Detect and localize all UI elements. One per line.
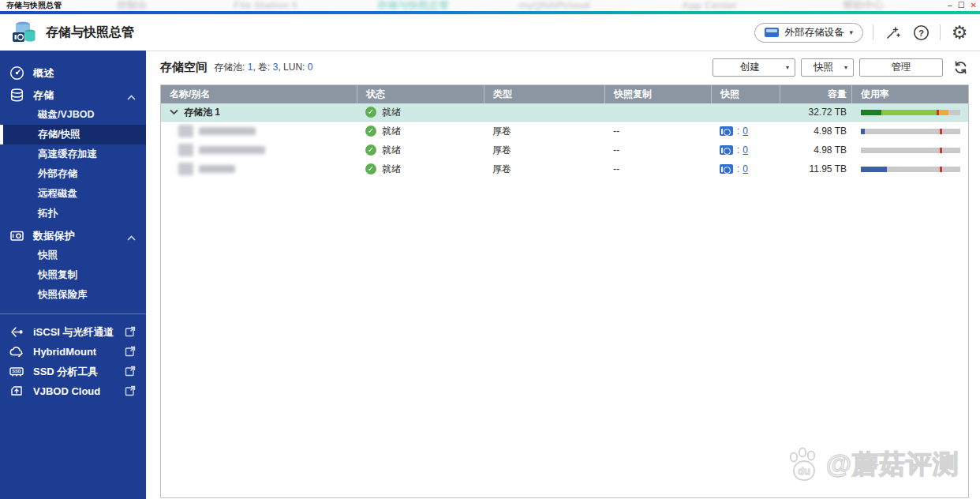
taskbar-tab-file-station[interactable]: File Station 5 — [234, 0, 297, 11]
sidebar-item-hybridmount[interactable]: HybridMount — [0, 342, 146, 362]
chevron-down-icon: ▾ — [849, 28, 853, 36]
snapshot-count-link[interactable]: 0 — [742, 144, 748, 156]
volume-status: 就绪 — [382, 163, 401, 176]
taskbar-tab-app-center[interactable]: App Center — [682, 0, 737, 11]
svg-text:SSD: SSD — [12, 369, 21, 373]
taskbar-tab-control-panel[interactable]: 控制台 — [117, 0, 148, 11]
volume-name-redacted — [199, 165, 235, 173]
taskbar-active-app-label[interactable]: 存储与快照总管 — [6, 0, 62, 11]
pool-status: 就绪 — [382, 106, 401, 119]
volume-icon-redacted — [178, 125, 193, 137]
column-header-name[interactable]: 名称/别名 — [161, 85, 357, 103]
chevron-down-icon: ▾ — [844, 64, 847, 71]
usb-device-icon — [765, 28, 779, 37]
toolbar: 存储空间 存储池: 1, 卷: 3, LUN: 0 创建 ▾ 快照 ▾ 管理 — [160, 57, 969, 78]
sidebar-item-cache-acceleration[interactable]: 高速缓存加速 — [0, 144, 146, 164]
main-content: 存储空间 存储池: 1, 卷: 3, LUN: 0 创建 ▾ 快照 ▾ 管理 — [146, 51, 980, 499]
external-link-icon — [125, 326, 136, 340]
volume-usage-bar — [861, 148, 960, 153]
table-row-volume[interactable]: ✓ 就绪 厚卷 -- : 0 4.98 TB — [161, 141, 968, 159]
external-link-icon — [125, 366, 136, 379]
volume-snapshot-replica: -- — [604, 122, 711, 141]
ssd-icon: SSD — [9, 364, 24, 380]
close-button[interactable]: ✕ — [971, 0, 977, 11]
status-ok-icon: ✓ — [365, 144, 376, 156]
sidebar-item-snapshot-vault[interactable]: 快照保险库 — [0, 285, 146, 305]
volume-type: 厚卷 — [484, 122, 604, 141]
table-row-volume[interactable]: ✓ 就绪 厚卷 -- : 0 11.95 TB — [161, 159, 968, 178]
smart-assistant-wand-icon[interactable] — [883, 23, 902, 42]
status-ok-icon: ✓ — [365, 126, 376, 137]
sidebar-item-iscsi-fc[interactable]: iSCSI 与光纤通道 — [0, 322, 146, 342]
column-header-snapshot-replica[interactable]: 快照复制 — [604, 85, 711, 103]
table-header-row: 名称/别名 状态 类型 快照复制 快照 容量 使用率 — [161, 85, 968, 103]
sidebar-item-storage-snapshots[interactable]: 存储/快照 — [0, 125, 146, 144]
page-title: 存储与快照总管 — [46, 24, 134, 41]
column-header-snapshot[interactable]: 快照 — [711, 85, 780, 103]
column-header-type[interactable]: 类型 — [484, 85, 604, 103]
gauge-icon — [9, 66, 24, 81]
column-header-usage[interactable]: 使用率 — [851, 85, 968, 103]
expand-chevron-icon[interactable] — [170, 109, 178, 115]
volume-name-redacted — [199, 146, 265, 154]
storage-table: 名称/别名 状态 类型 快照复制 快照 容量 使用率 存储池 1 ✓ 就绪 — [160, 84, 969, 498]
sidebar-item-overview[interactable]: 概述 — [0, 63, 146, 83]
minimize-button[interactable]: – — [948, 0, 952, 11]
volume-snapshot-replica: -- — [604, 141, 711, 159]
table-row-storage-pool[interactable]: 存储池 1 ✓ 就绪 32.72 TB — [161, 103, 968, 122]
volume-snapshot-replica: -- — [604, 159, 711, 178]
manage-button[interactable]: 管理 — [859, 58, 943, 77]
sidebar-section-storage[interactable]: 存储 — [0, 85, 146, 105]
status-ok-icon: ✓ — [365, 107, 376, 118]
snapshot-camera-icon — [720, 145, 733, 155]
external-storage-device-button[interactable]: 外部存储设备 ▾ — [754, 23, 863, 43]
column-header-capacity[interactable]: 容量 — [780, 85, 851, 103]
iscsi-icon — [9, 325, 24, 340]
volume-type: 厚卷 — [484, 141, 604, 159]
sidebar-item-snapshot-replica[interactable]: 快照复制 — [0, 265, 146, 285]
create-button[interactable]: 创建 ▾ — [713, 58, 795, 77]
taskbar-tab-help-center[interactable]: 帮助中心 — [843, 0, 884, 11]
snapshot-camera-icon — [720, 164, 733, 174]
pool-capacity: 32.72 TB — [780, 103, 851, 121]
pool-usage-bar — [861, 110, 960, 115]
app-header: 存储与快照总管 外部存储设备 ▾ ? ⚙ — [0, 14, 980, 51]
external-link-icon — [125, 385, 136, 399]
vjbod-cloud-icon — [9, 384, 24, 400]
sidebar-item-vjbod-cloud[interactable]: VJBOD Cloud — [0, 381, 146, 401]
snapshot-count-link[interactable]: 0 — [742, 126, 748, 137]
settings-gear-icon[interactable]: ⚙ — [950, 23, 969, 42]
snapshot-count-link[interactable]: 0 — [742, 163, 748, 174]
volume-icon-redacted — [178, 163, 193, 175]
sidebar-item-disks-vjbod[interactable]: 磁盘/VJBOD — [0, 105, 146, 125]
sidebar-item-ssd-profiling[interactable]: SSD SSD 分析工具 — [0, 362, 146, 381]
snapshot-button[interactable]: 快照 ▾ — [801, 58, 854, 77]
volume-usage-bar — [861, 129, 960, 134]
volume-status: 就绪 — [382, 125, 401, 138]
table-row-volume[interactable]: ✓ 就绪 厚卷 -- : 0 4.98 TB — [161, 122, 968, 141]
storage-summary: 存储池: 1, 卷: 3, LUN: 0 — [214, 61, 312, 74]
volume-capacity: 4.98 TB — [780, 141, 851, 159]
chevron-up-icon[interactable] — [127, 232, 136, 244]
column-header-status[interactable]: 状态 — [357, 85, 484, 103]
chevron-up-icon[interactable] — [127, 92, 136, 103]
header-divider — [873, 24, 873, 40]
sidebar-item-topology[interactable]: 拓扑 — [0, 204, 146, 223]
volume-name-redacted — [199, 127, 256, 135]
maximize-button[interactable]: ☐ — [958, 0, 965, 11]
taskbar-tab-myqnapcloud[interactable]: myQNAPcloud — [518, 0, 590, 11]
sidebar-section-data-protection[interactable]: 数据保护 — [0, 226, 146, 246]
window-controls: – ☐ ✕ — [948, 0, 977, 11]
section-title: 存储空间 — [160, 60, 208, 75]
help-icon[interactable]: ? — [911, 23, 930, 42]
sidebar-item-snapshot[interactable]: 快照 — [0, 246, 146, 265]
external-link-icon — [125, 346, 136, 359]
sidebar-item-remote-disk[interactable]: 远程磁盘 — [0, 184, 146, 204]
taskbar-tab-storage-snapshots[interactable]: 存储与快照总管 — [377, 0, 449, 11]
volume-capacity: 4.98 TB — [780, 122, 851, 141]
refresh-icon[interactable] — [952, 59, 969, 77]
volume-usage-bar — [861, 167, 960, 172]
chevron-down-icon: ▾ — [786, 64, 789, 71]
sidebar-item-external-storage[interactable]: 外部存储 — [0, 164, 146, 184]
header-divider — [940, 24, 941, 40]
